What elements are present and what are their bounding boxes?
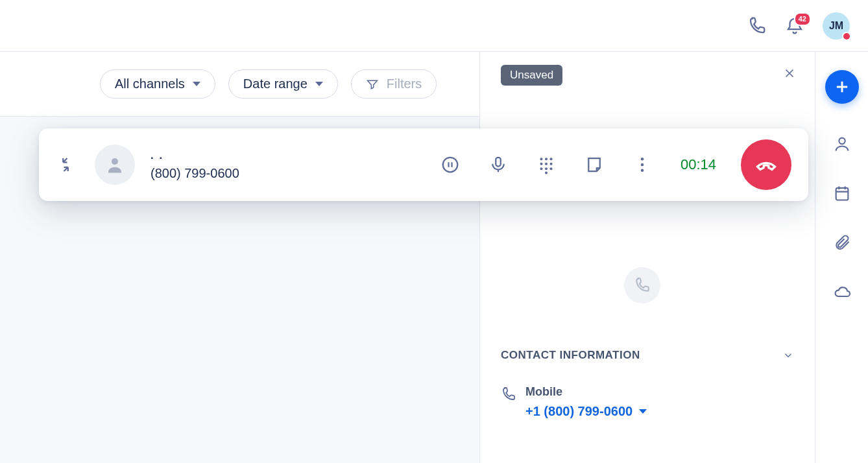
dialpad-icon xyxy=(536,155,556,174)
svg-point-16 xyxy=(641,163,644,167)
filters-label: Filters xyxy=(387,77,422,91)
dialpad-button[interactable] xyxy=(530,155,562,174)
svg-point-5 xyxy=(540,158,542,160)
collapse-icon xyxy=(56,155,75,174)
contact-info-section-header[interactable]: CONTACT INFORMATION xyxy=(501,349,794,362)
call-timer: 00:14 xyxy=(681,156,716,173)
svg-point-13 xyxy=(549,167,552,170)
user-avatar[interactable]: JM xyxy=(823,12,850,40)
cloud-icon[interactable] xyxy=(833,283,851,301)
close-button[interactable] xyxy=(782,66,797,80)
svg-point-7 xyxy=(549,158,552,160)
right-rail xyxy=(815,52,868,463)
mobile-row: Mobile +1 (800) 799-0600 xyxy=(501,385,794,419)
svg-rect-1 xyxy=(836,188,848,200)
person-icon xyxy=(105,155,125,174)
call-action-circle[interactable] xyxy=(624,267,660,303)
phone-icon xyxy=(634,277,651,294)
notification-count-badge: 42 xyxy=(794,12,811,26)
paperclip-icon[interactable] xyxy=(833,233,851,252)
right-column: Unsaved CONTACT INFORMATION Mobile +1 (8… xyxy=(480,52,868,463)
mobile-label: Mobile xyxy=(525,385,647,399)
svg-point-0 xyxy=(839,138,845,144)
chevron-down-icon xyxy=(315,82,323,86)
more-button[interactable] xyxy=(626,155,658,174)
svg-point-8 xyxy=(540,163,542,165)
svg-point-6 xyxy=(545,158,548,160)
calendar-icon[interactable] xyxy=(833,184,851,202)
notifications-button[interactable]: 42 xyxy=(785,16,804,36)
mobile-number-link[interactable]: +1 (800) 799-0600 xyxy=(525,404,647,419)
top-bar: 42 JM xyxy=(0,0,868,52)
svg-point-14 xyxy=(545,172,548,174)
svg-point-3 xyxy=(443,158,458,172)
hold-button[interactable] xyxy=(434,155,466,174)
mute-button[interactable] xyxy=(482,155,514,174)
mobile-number: +1 (800) 799-0600 xyxy=(525,404,633,419)
left-column: All channels Date range Filters xyxy=(0,52,480,463)
more-vertical-icon xyxy=(633,155,652,174)
create-button[interactable] xyxy=(825,70,859,104)
svg-point-12 xyxy=(545,167,548,170)
caller-info: . . (800) 799-0600 xyxy=(151,149,239,181)
note-icon xyxy=(585,155,604,174)
phone-icon xyxy=(501,386,516,402)
status-dot xyxy=(842,32,851,41)
date-range-label: Date range xyxy=(243,77,307,91)
filters-button[interactable]: Filters xyxy=(351,69,437,99)
hangup-icon xyxy=(754,153,778,176)
active-call-bar: . . (800) 799-0600 00:14 xyxy=(39,128,808,201)
filter-bar: All channels Date range Filters xyxy=(0,52,479,117)
pause-icon xyxy=(440,155,460,174)
caller-name: . . xyxy=(151,149,239,162)
avatar-initials: JM xyxy=(829,20,843,32)
svg-point-11 xyxy=(540,167,542,170)
funnel-icon xyxy=(366,78,379,91)
chevron-down-icon xyxy=(193,82,200,86)
contact-info-title: CONTACT INFORMATION xyxy=(501,349,640,362)
main-area: All channels Date range Filters Unsaved xyxy=(0,52,868,463)
hangup-button[interactable] xyxy=(741,139,791,190)
svg-point-10 xyxy=(549,163,552,165)
svg-point-2 xyxy=(112,158,118,165)
svg-point-9 xyxy=(545,163,548,165)
svg-point-15 xyxy=(641,158,644,161)
chevron-down-icon xyxy=(782,350,794,361)
unsaved-badge: Unsaved xyxy=(501,65,562,86)
caller-number: (800) 799-0600 xyxy=(151,166,239,181)
caller-avatar xyxy=(95,145,135,185)
plus-icon xyxy=(833,78,851,96)
microphone-icon xyxy=(488,155,508,174)
channel-filter-label: All channels xyxy=(115,77,185,91)
chevron-down-icon xyxy=(639,409,647,414)
channel-filter[interactable]: All channels xyxy=(100,69,215,99)
svg-rect-4 xyxy=(496,158,501,167)
person-icon[interactable] xyxy=(833,135,851,153)
contact-details-panel: Unsaved CONTACT INFORMATION Mobile +1 (8… xyxy=(480,52,815,463)
phone-icon[interactable] xyxy=(747,16,767,36)
close-icon xyxy=(782,66,797,80)
note-button[interactable] xyxy=(578,155,610,174)
collapse-button[interactable] xyxy=(56,155,75,174)
svg-point-17 xyxy=(641,169,644,172)
date-range-filter[interactable]: Date range xyxy=(228,69,338,99)
